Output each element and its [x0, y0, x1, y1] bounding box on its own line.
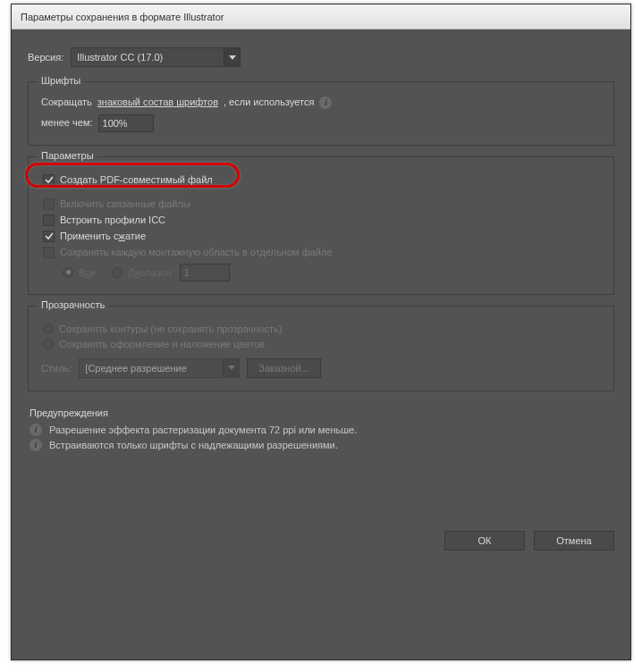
version-value: Illustrator CC (17.0)	[77, 52, 163, 63]
titlebar: Параметры сохранения в формате Illustrat…	[12, 4, 630, 29]
window-title: Параметры сохранения в формате Illustrat…	[21, 12, 224, 22]
compress-label: Применить сжатие	[60, 231, 146, 241]
font-percent-input[interactable]	[98, 114, 154, 132]
chevron-down-icon	[224, 48, 240, 66]
style-row: Стиль: [Среднее разрешение Заказной...	[41, 358, 601, 378]
warning-1-text: Разрешение эффекта растеризации документ…	[49, 424, 357, 435]
all-radio	[63, 267, 73, 278]
chevron-down-icon	[223, 359, 239, 377]
params-fieldset: Параметры Создать PDF-совместимый файл В…	[28, 156, 614, 295]
params-legend: Параметры	[38, 150, 97, 161]
all-c: е	[90, 267, 96, 278]
compress-a: Применить с	[60, 231, 119, 241]
trans-radio2	[43, 339, 54, 349]
pdf-label: Создать PDF-совместимый файл	[60, 174, 213, 185]
trans-opt1-label: Сохранять контуры (не сохранять прозрачн…	[59, 323, 282, 334]
fonts-legend: Шрифты	[38, 75, 84, 86]
dialog-window: Параметры сохранения в формате Illustrat…	[11, 4, 631, 660]
icc-checkbox[interactable]	[43, 214, 55, 226]
compress-c: атие	[125, 231, 146, 241]
info-icon: i	[30, 424, 42, 436]
less-than-label: менее чем:	[41, 115, 93, 131]
all-label: Все	[79, 267, 96, 278]
custom-button: Заказной...	[247, 358, 320, 378]
fonts-lessrow: менее чем:	[41, 114, 601, 132]
artboards-checkbox-row: Сохранять каждую монтажную область в отд…	[41, 247, 601, 258]
dialog-footer: ОК Отмена	[12, 518, 630, 563]
info-icon: i	[30, 439, 42, 451]
version-row: Версия: Illustrator CC (17.0)	[28, 47, 614, 67]
fonts-text-c: , если используется	[224, 95, 314, 111]
icc-label: Встроить профили ICC	[60, 214, 165, 225]
version-dropdown[interactable]: Illustrator CC (17.0)	[71, 47, 241, 67]
less-than-text: менее чем:	[41, 117, 93, 128]
ok-button[interactable]: ОК	[444, 531, 525, 550]
warnings-legend: Предупреждения	[30, 407, 612, 418]
info-icon: i	[319, 97, 332, 109]
fonts-text: Сокращать знаковый состав шрифтов, если …	[41, 95, 601, 111]
linked-label: Включить связанные файлы	[60, 198, 190, 209]
version-label: Версия:	[28, 52, 63, 63]
compress-checkbox[interactable]	[43, 231, 55, 242]
fonts-text-b: знаковый состав шрифтов	[97, 95, 218, 111]
range-input	[180, 264, 230, 281]
pdf-checkbox[interactable]	[43, 174, 55, 186]
transparency-fieldset: Прозрачность Сохранять контуры (не сохра…	[28, 306, 614, 391]
trans-radio1	[43, 323, 54, 334]
trans-opt1-row: Сохранять контуры (не сохранять прозрачн…	[41, 323, 601, 334]
warning-2: i Встраиваются только шрифты с надлежащи…	[30, 439, 612, 451]
pdf-checkbox-row[interactable]: Создать PDF-совместимый файл	[41, 174, 601, 186]
compress-checkbox-row[interactable]: Применить сжатие	[41, 231, 601, 242]
fonts-text-a: Сокращать	[41, 95, 92, 111]
linked-checkbox-row: Включить связанные файлы	[41, 198, 601, 210]
trans-opt2-label: Сохранять оформление и наложение цветов	[59, 339, 265, 349]
warning-1: i Разрешение эффекта растеризации докуме…	[30, 424, 612, 436]
fonts-fieldset: Шрифты Сокращать знаковый состав шрифтов…	[28, 81, 614, 146]
icc-checkbox-row[interactable]: Встроить профили ICC	[41, 214, 601, 226]
compress-b: ж	[119, 231, 125, 241]
style-label: Стиль:	[41, 363, 72, 374]
linked-checkbox	[43, 198, 55, 210]
warnings-section: Предупреждения i Разрешение эффекта раст…	[28, 402, 614, 499]
style-dropdown: [Среднее разрешение	[79, 358, 240, 378]
dialog-content: Версия: Illustrator CC (17.0) Шрифты Сок…	[12, 29, 630, 518]
style-value: [Среднее разрешение	[85, 363, 186, 374]
range-label: Диапазон:	[128, 267, 174, 278]
range-c: апазон:	[140, 267, 174, 278]
artboards-checkbox	[43, 247, 55, 258]
cancel-button[interactable]: Отмена	[534, 531, 614, 550]
artboard-range-row: Все Диапазон:	[63, 264, 601, 281]
transparency-legend: Прозрачность	[38, 299, 108, 310]
warning-2-text: Встраиваются только шрифты с надлежащими…	[49, 440, 338, 450]
trans-opt2-row: Сохранять оформление и наложение цветов	[41, 339, 601, 349]
range-radio	[112, 267, 122, 278]
artboards-label: Сохранять каждую монтажную область в отд…	[60, 247, 333, 257]
